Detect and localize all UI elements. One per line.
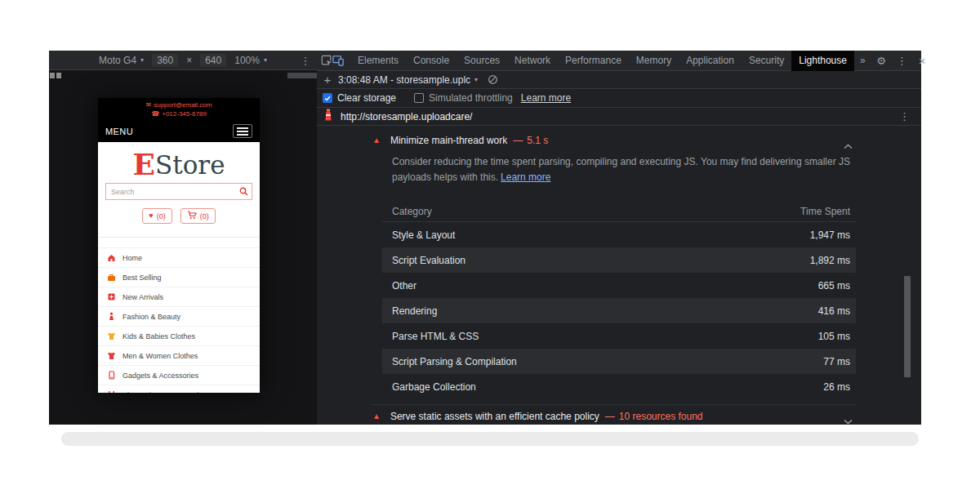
audit-divider: [372, 404, 856, 405]
row-category: Script Evaluation: [382, 255, 810, 266]
tab-elements[interactable]: Elements: [350, 51, 406, 71]
scrollbar-fragment[interactable]: [287, 73, 317, 78]
vertical-scrollbar-thumb[interactable]: [904, 276, 911, 377]
table-row: Parse HTML & CSS 105 ms: [382, 323, 856, 349]
chevron-up-icon[interactable]: [844, 138, 853, 153]
simulated-throttling-checkbox[interactable]: [414, 93, 424, 103]
close-icon[interactable]: ×: [912, 51, 933, 71]
gear-icon[interactable]: ⚙: [871, 51, 892, 71]
scrollbar-fragment: [50, 73, 55, 78]
tab-memory[interactable]: Memory: [629, 51, 679, 71]
nav-item-electronics[interactable]: Electronics & Accessories: [98, 385, 260, 393]
device-emulation-pane: Moto G4 ▾ 360 × 640 100% ▾ ⋮ ✉suppor: [49, 51, 317, 425]
row-time: 1,947 ms: [810, 229, 856, 241]
viewport-width-field[interactable]: 360: [152, 54, 178, 67]
table-header-row: Category Time Spent: [382, 202, 856, 222]
throttling-learn-more-link[interactable]: Learn more: [521, 92, 571, 104]
report-selector[interactable]: 3:08:48 AM - storesample.uplc ▾: [338, 74, 478, 86]
page-scrollbar-strip[interactable]: [61, 432, 919, 446]
telephone-icon: ☎: [151, 110, 159, 118]
store-action-buttons: ♥ (0) (0): [98, 208, 260, 224]
chevron-down-icon[interactable]: [844, 413, 853, 425]
device-toolbar-menu-icon[interactable]: ⋮: [297, 51, 314, 70]
cart-icon: [187, 211, 197, 221]
row-category: Style & Layout: [382, 229, 810, 241]
nav-item-new-arrivals[interactable]: New Arrivals: [98, 287, 260, 307]
row-category: Script Parsing & Compilation: [382, 356, 823, 367]
store-nav-list: Home Best Selling New Arrivals Fashion &…: [98, 237, 260, 393]
tab-sources[interactable]: Sources: [457, 51, 507, 71]
device-select[interactable]: Moto G4 ▾: [99, 55, 144, 66]
inspect-element-icon[interactable]: [321, 51, 332, 71]
nav-item-kids-babies[interactable]: Kids & Babies Clothes: [98, 327, 260, 346]
audit-separator: —: [513, 135, 523, 146]
row-time: 416 ms: [818, 305, 856, 317]
cart-button[interactable]: (0): [180, 208, 216, 224]
nav-label: Best Selling: [122, 274, 162, 282]
gadgets-icon: [107, 371, 116, 380]
dimension-multiply-sign: ×: [186, 55, 192, 66]
audit-time-value: 5.1 s: [527, 135, 548, 146]
tab-application[interactable]: Application: [679, 51, 742, 71]
audit-learn-more-link[interactable]: Learn more: [501, 171, 550, 183]
nav-label: Home: [122, 254, 142, 262]
nav-label: Gadgets & Accessories: [122, 372, 198, 380]
table-row: Garbage Collection 26 ms: [382, 374, 856, 399]
row-category: Parse HTML & CSS: [382, 331, 818, 342]
warning-icon: ▲: [372, 412, 381, 421]
report-menu-icon[interactable]: ⋮: [899, 110, 910, 122]
nav-item-fashion-beauty[interactable]: Fashion & Beauty: [98, 307, 260, 327]
envelope-icon: ✉: [146, 101, 152, 109]
tab-performance[interactable]: Performance: [558, 51, 629, 71]
tab-lighthouse[interactable]: Lighthouse: [791, 51, 854, 71]
zoom-level: 100%: [234, 55, 260, 66]
screenshot-stage: Moto G4 ▾ 360 × 640 100% ▾ ⋮ ✉suppor: [0, 0, 980, 494]
hamburger-menu-icon[interactable]: [233, 124, 252, 138]
nav-label: New Arrivals: [122, 293, 163, 301]
column-header-category: Category: [382, 206, 800, 217]
new-audit-icon[interactable]: +: [317, 73, 338, 87]
kids-clothes-icon: [107, 332, 116, 340]
table-row: Other 665 ms: [382, 273, 856, 298]
nav-item-best-selling[interactable]: Best Selling: [98, 268, 260, 287]
search-input[interactable]: [106, 188, 235, 196]
audit-resources-value: 10 resources found: [619, 411, 703, 422]
audit-title: Minimize main-thread work: [390, 135, 507, 146]
more-tabs-icon[interactable]: »: [854, 55, 871, 66]
report-url: http://storesample.uploadcare/: [341, 111, 472, 122]
chevron-down-icon: ▾: [474, 76, 478, 83]
menu-label: MENU: [105, 127, 133, 136]
lighthouse-report-bar: + 3:08:48 AM - storesample.uplc ▾: [317, 71, 921, 89]
zoom-select[interactable]: 100% ▾: [234, 55, 267, 66]
clear-reports-icon[interactable]: [488, 74, 498, 85]
device-toolbar-toggle-icon[interactable]: [332, 51, 344, 71]
row-time: 1,892 ms: [810, 255, 856, 266]
nav-item-home[interactable]: Home: [98, 248, 260, 268]
store-logo[interactable]: EStore: [98, 142, 260, 180]
store-logo-first-letter: E: [133, 152, 155, 177]
row-time: 665 ms: [818, 280, 856, 292]
store-contact-bar: ✉support@email.com ☎+012-345-6789: [98, 98, 260, 120]
electronics-icon: [107, 390, 116, 393]
audit-cache-policy-header[interactable]: ▲ Serve static assets with an efficient …: [372, 411, 703, 422]
nav-item-gadgets[interactable]: Gadgets & Accessories: [98, 366, 260, 385]
table-row: Rendering 416 ms: [382, 298, 856, 323]
check-icon: [323, 94, 332, 102]
viewport-height-field[interactable]: 640: [200, 54, 226, 67]
search-icon[interactable]: [235, 184, 252, 199]
tab-console[interactable]: Console: [406, 51, 457, 71]
contact-phone-text: +012-345-6789: [162, 110, 207, 118]
nav-label: Men & Women Clothes: [122, 352, 198, 360]
nav-item-men-women[interactable]: Men & Women Clothes: [98, 346, 260, 366]
audit-description: Consider reducing the time spent parsing…: [392, 154, 870, 185]
tab-security[interactable]: Security: [742, 51, 791, 71]
devtools-menu-icon[interactable]: ⋮: [892, 51, 912, 71]
tab-network[interactable]: Network: [507, 51, 558, 71]
wishlist-button[interactable]: ♥ (0): [142, 208, 172, 224]
clear-storage-checkbox[interactable]: [323, 93, 332, 103]
audit-main-thread-header[interactable]: ▲ Minimize main-thread work — 5.1 s: [372, 135, 548, 146]
lighthouse-report-content: ▲ Minimize main-thread work — 5.1 s Cons…: [317, 126, 921, 425]
nav-spacer: [98, 238, 260, 248]
row-category: Other: [382, 280, 818, 292]
audit-title: Serve static assets with an efficient ca…: [390, 411, 599, 422]
